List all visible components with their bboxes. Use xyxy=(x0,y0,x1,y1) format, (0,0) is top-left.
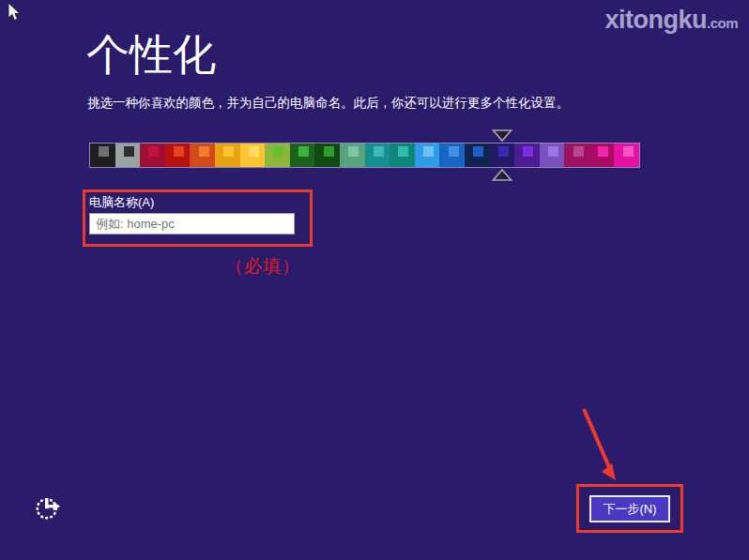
selection-marker-down-icon xyxy=(492,129,512,142)
site-logo-tld: .com xyxy=(707,15,738,31)
color-swatch[interactable] xyxy=(415,144,440,167)
swatch-accent-square xyxy=(548,146,558,157)
swatch-accent-square xyxy=(374,146,384,157)
computer-name-label: 电脑名称(A) xyxy=(89,194,154,211)
color-swatch[interactable] xyxy=(564,144,589,167)
swatch-accent-square xyxy=(423,146,434,157)
oobe-personalize-screen: xitongku.com 个性化 挑选一种你喜欢的颜色，并为自己的电脑命名。此后… xyxy=(0,0,749,560)
swatch-accent-square xyxy=(298,146,309,157)
color-swatch[interactable] xyxy=(340,144,365,167)
color-swatch[interactable] xyxy=(115,144,141,167)
page-title: 个性化 xyxy=(86,26,216,84)
color-swatch[interactable] xyxy=(265,144,290,167)
color-swatch[interactable] xyxy=(290,144,315,167)
swatch-accent-square xyxy=(573,146,584,157)
color-swatch[interactable] xyxy=(90,144,115,167)
swatch-accent-square xyxy=(199,146,209,157)
color-swatch[interactable] xyxy=(589,144,615,167)
cursor-arrow-icon xyxy=(8,3,23,23)
color-swatch[interactable] xyxy=(465,144,490,167)
swatch-accent-square xyxy=(473,146,483,157)
color-swatch[interactable] xyxy=(165,144,191,167)
color-swatch[interactable] xyxy=(614,144,639,167)
swatch-accent-square xyxy=(324,146,334,157)
next-button[interactable]: 下一步(N) xyxy=(589,495,670,522)
color-swatch[interactable] xyxy=(540,144,565,167)
site-logo: xitongku.com xyxy=(604,6,738,35)
color-swatch[interactable] xyxy=(390,144,415,167)
swatch-accent-square xyxy=(449,146,459,157)
color-swatch[interactable] xyxy=(140,144,165,167)
swatch-accent-square xyxy=(148,146,159,157)
color-swatch[interactable] xyxy=(439,144,465,167)
swatch-accent-square xyxy=(523,146,533,157)
color-swatch[interactable] xyxy=(490,144,515,167)
color-swatch[interactable] xyxy=(365,144,390,167)
ease-of-access-icon[interactable] xyxy=(34,493,62,522)
color-swatch[interactable] xyxy=(514,144,540,167)
swatch-accent-square xyxy=(398,146,408,157)
swatch-accent-square xyxy=(273,146,283,157)
swatch-accent-square xyxy=(249,146,259,157)
page-subtitle: 挑选一种你喜欢的颜色，并为自己的电脑命名。此后，你还可以进行更多个性化设置。 xyxy=(87,95,569,112)
swatch-accent-square xyxy=(598,146,608,157)
swatch-accent-square xyxy=(498,146,509,157)
required-note: （必填） xyxy=(225,254,300,279)
color-swatch[interactable] xyxy=(190,144,215,167)
color-swatch[interactable] xyxy=(314,144,340,167)
selection-marker-up-icon xyxy=(492,169,512,181)
color-swatch[interactable] xyxy=(240,144,266,167)
swatch-accent-square xyxy=(174,146,184,157)
swatch-accent-square xyxy=(223,146,234,157)
color-swatch[interactable] xyxy=(215,144,240,167)
annotation-box-computer-name: 电脑名称(A) xyxy=(83,189,313,247)
color-picker-strip[interactable] xyxy=(89,143,640,168)
computer-name-input[interactable] xyxy=(89,213,295,235)
swatch-accent-square xyxy=(124,146,134,157)
swatch-accent-square xyxy=(348,146,359,157)
site-logo-name: xitongku xyxy=(604,6,707,34)
swatch-accent-square xyxy=(99,146,109,157)
annotation-box-next: 下一步(N) xyxy=(576,484,683,533)
swatch-accent-square xyxy=(623,146,634,157)
